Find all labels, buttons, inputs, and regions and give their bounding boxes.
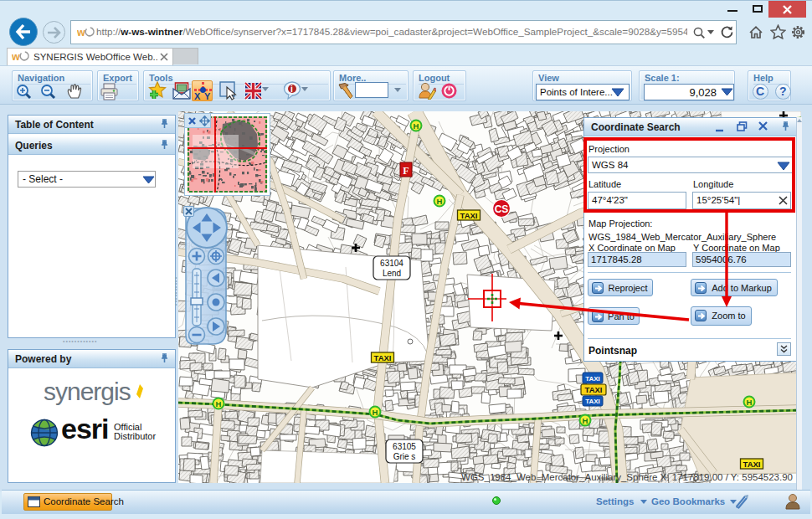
svg-text:TAXI: TAXI — [585, 398, 600, 405]
svg-text:63105: 63105 — [393, 442, 416, 451]
svg-text:Grie s: Grie s — [393, 452, 416, 461]
svg-text:F: F — [403, 165, 409, 177]
svg-text:w: w — [77, 27, 85, 39]
svg-text:WGS_1984_Web_Mercator_Auxiliar: WGS_1984_Web_Mercator_Auxiliary_Sphere X… — [461, 472, 793, 482]
svg-text:TAXI: TAXI — [585, 385, 603, 394]
svg-text:TAXI: TAXI — [460, 211, 478, 220]
svg-text:H: H — [437, 197, 443, 206]
svg-text:TAXI: TAXI — [743, 460, 761, 469]
svg-text:H: H — [216, 399, 222, 409]
svg-text:H: H — [583, 416, 588, 425]
svg-text:TAXI: TAXI — [374, 353, 392, 362]
svg-text:H: H — [373, 408, 378, 417]
svg-text:w: w — [12, 51, 20, 63]
svg-text:63104: 63104 — [380, 259, 403, 268]
svg-text:H: H — [747, 398, 753, 407]
svg-text:i: i — [290, 85, 293, 94]
svg-text:H: H — [414, 121, 419, 131]
svg-text:X: X — [194, 91, 201, 100]
svg-text:Lend: Lend — [383, 269, 401, 278]
svg-text:TAXI: TAXI — [585, 375, 600, 383]
svg-text:CS: CS — [495, 203, 509, 215]
svg-text:Y: Y — [204, 91, 211, 100]
